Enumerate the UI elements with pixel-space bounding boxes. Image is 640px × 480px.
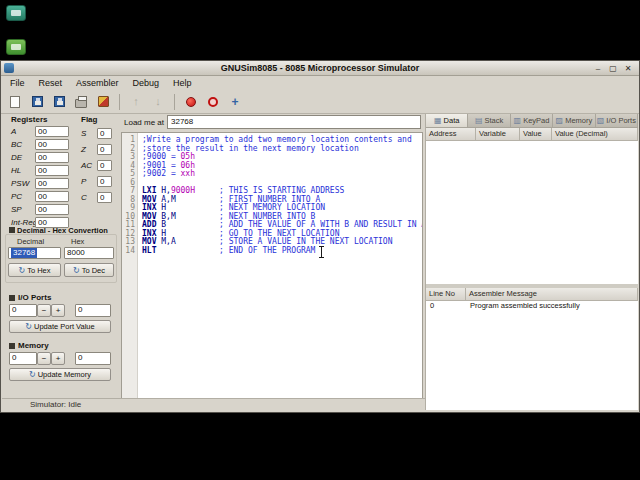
memory-spin-minus-button[interactable]: −: [37, 352, 51, 365]
refresh-icon: [29, 370, 36, 379]
registers-title: Registers: [11, 115, 47, 124]
stop-button[interactable]: [203, 92, 223, 112]
tab-data[interactable]: ▦Data: [426, 114, 468, 127]
flag-s-value[interactable]: 0: [97, 128, 112, 139]
to-dec-button[interactable]: To Dec: [64, 263, 114, 277]
memory-value-input[interactable]: 0: [75, 352, 111, 365]
flag-z-value[interactable]: 0: [97, 144, 112, 155]
move-cross-icon: +: [231, 96, 238, 108]
floppy-icon: [54, 96, 65, 107]
port-spin-minus-button[interactable]: −: [37, 304, 51, 317]
menu-debug[interactable]: Debug: [126, 76, 167, 90]
arrow-up-icon: ↑: [133, 96, 139, 107]
line-number-gutter: 1234567891011121314: [122, 133, 138, 399]
flag-row: C0: [3, 192, 119, 205]
tab-label: KeyPad: [523, 116, 549, 125]
memory-section: Memory 0 − + 0 Update Memory: [3, 341, 119, 387]
expander-icon[interactable]: [9, 343, 15, 349]
column-header-address[interactable]: Address: [426, 128, 476, 141]
tab-stack[interactable]: ▤Stack: [468, 114, 510, 127]
right-panel: ▦Data▤Stack▥KeyPad▨Memory▧I/O Ports Addr…: [425, 114, 638, 410]
memory-title: Memory: [18, 341, 49, 350]
close-icon[interactable]: [622, 63, 634, 74]
to-dec-label: To Dec: [82, 266, 105, 275]
column-header-assembler-message[interactable]: Assembler Message: [466, 288, 638, 301]
tab-i-o-ports[interactable]: ▧I/O Ports: [596, 114, 638, 127]
assembler-message-table: Line NoAssembler Message 0Program assemb…: [426, 288, 638, 410]
port-value-input[interactable]: 0: [75, 304, 111, 317]
message-table-headers: Line NoAssembler Message: [426, 288, 638, 301]
run-button[interactable]: [181, 92, 201, 112]
editor-column: Load me at 32768 1234567891011121314 ;Wr…: [121, 114, 423, 400]
expander-icon[interactable]: [9, 295, 15, 301]
update-memory-label: Update Memory: [38, 370, 91, 379]
maximize-icon[interactable]: [607, 63, 619, 74]
code-text[interactable]: ;Write a program to add two memory locat…: [138, 133, 423, 399]
save-button[interactable]: [27, 92, 47, 112]
tab-label: Stack: [485, 116, 504, 125]
hex-input[interactable]: 8000: [64, 247, 114, 259]
menu-assembler[interactable]: Assembler: [69, 76, 126, 90]
window-controls: [592, 63, 639, 74]
tab-keypad[interactable]: ▥KeyPad: [511, 114, 553, 127]
data-table: AddressVariableValueValue (Decimal): [426, 128, 638, 284]
memory-address-input[interactable]: 0: [9, 352, 37, 365]
memory-icon: ▨: [556, 117, 564, 125]
flag-label: S: [81, 129, 86, 138]
tab-memory[interactable]: ▨Memory: [553, 114, 595, 127]
expander-icon[interactable]: [9, 227, 15, 233]
to-hex-button[interactable]: To Hex: [8, 263, 61, 277]
assemble-button[interactable]: [93, 92, 113, 112]
flag-c-value[interactable]: 0: [97, 192, 112, 203]
update-port-value-button[interactable]: Update Port Value: [9, 320, 111, 333]
save-as-button[interactable]: [49, 92, 69, 112]
update-port-label: Update Port Value: [34, 322, 95, 331]
port-address-input[interactable]: 0: [9, 304, 37, 317]
tab-label: Data: [444, 116, 460, 125]
desktop-icon-2[interactable]: [6, 39, 26, 55]
stack-icon: ▤: [475, 117, 483, 125]
register-row: SP00: [3, 204, 119, 217]
code-line[interactable]: ;9002 = xxh: [142, 170, 423, 179]
register-sp-value[interactable]: 00: [35, 204, 69, 215]
sidebar: Registers Flag A00BC00DE00HL00PSW00PC00S…: [3, 114, 119, 400]
minimize-icon[interactable]: [592, 63, 604, 74]
step-over-button: ↑: [126, 92, 146, 112]
column-header-line-no[interactable]: Line No: [426, 288, 466, 301]
column-header-value[interactable]: Value: [520, 128, 552, 141]
simulator-status: Simulator: Idle: [30, 400, 81, 409]
converter-title: Decimal - Hex Convertion: [17, 226, 108, 235]
print-button[interactable]: [71, 92, 91, 112]
menu-reset[interactable]: Reset: [32, 76, 70, 90]
flag-label: P: [81, 177, 86, 186]
flag-label: Z: [81, 145, 86, 154]
record-icon: [186, 97, 196, 107]
flag-row: Z0: [3, 144, 119, 157]
update-memory-button[interactable]: Update Memory: [9, 368, 111, 381]
code-line[interactable]: HLT ; END OF THE PROGRAM: [142, 247, 423, 256]
memory-spin-plus-button[interactable]: +: [51, 352, 65, 365]
app-window: GNUSim8085 - 8085 Microprocessor Simulat…: [0, 60, 640, 413]
port-spin-plus-button[interactable]: +: [51, 304, 65, 317]
show-converter-button[interactable]: +: [225, 92, 245, 112]
menu-help[interactable]: Help: [166, 76, 199, 90]
data-table-headers: AddressVariableValueValue (Decimal): [426, 128, 638, 141]
tab-bar: ▦Data▤Stack▥KeyPad▨Memory▧I/O Ports: [426, 114, 638, 128]
flag-p-value[interactable]: 0: [97, 176, 112, 187]
flags-title: Flag: [81, 115, 97, 124]
hex-label: Hex: [71, 237, 84, 246]
load-me-at-input[interactable]: 32768: [167, 115, 421, 129]
menu-file[interactable]: File: [3, 76, 32, 90]
desktop-icon-1[interactable]: [6, 5, 26, 21]
text-cursor-icon: [318, 246, 325, 258]
flag-ac-value[interactable]: 0: [97, 160, 112, 171]
decimal-input[interactable]: 32768: [8, 247, 61, 259]
floppy-icon: [32, 96, 43, 107]
code-editor[interactable]: 1234567891011121314 ;Write a program to …: [121, 132, 423, 400]
title-bar[interactable]: GNUSim8085 - 8085 Microprocessor Simulat…: [1, 61, 639, 76]
column-header-variable[interactable]: Variable: [476, 128, 520, 141]
column-header-value-decimal-[interactable]: Value (Decimal): [552, 128, 638, 141]
message-line-no: 0: [426, 301, 466, 312]
io-ports-section: I/O Ports 0 − + 0 Update Port Value: [3, 293, 119, 339]
new-button[interactable]: [5, 92, 25, 112]
